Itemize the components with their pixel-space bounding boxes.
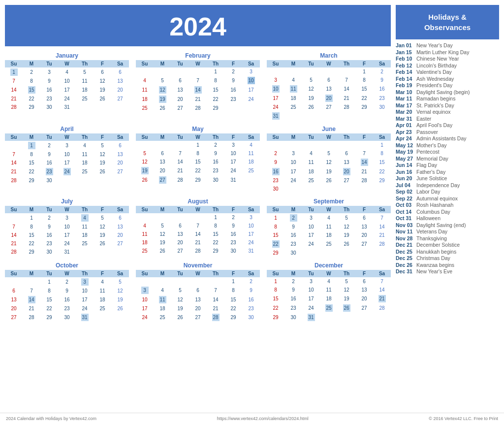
holiday-list: Jan 01New Year's DayJan 15Martin Luther … bbox=[396, 42, 499, 274]
holiday-name: Columbus Day bbox=[416, 209, 450, 215]
holiday-name: Easter bbox=[416, 116, 431, 122]
holiday-date: May 19 bbox=[396, 149, 414, 155]
month-title-august: August bbox=[136, 198, 260, 205]
holiday-item: Mar 31Easter bbox=[396, 116, 499, 122]
holiday-item: Mar 10Daylight Saving (begin) bbox=[396, 89, 499, 95]
holiday-date: Dec 25 bbox=[396, 249, 414, 255]
sidebar-header: Holidays &Observances bbox=[396, 5, 499, 39]
month-august: August SuMTuWThFSa 12 3 456789 10 bbox=[136, 198, 260, 257]
month-october: October SuMTuWThFSa 12 3 4 5 67891011 bbox=[5, 262, 129, 322]
holiday-date: Jan 15 bbox=[396, 49, 414, 55]
holiday-name: New Year's Day bbox=[416, 42, 453, 48]
holiday-date: Dec 25 bbox=[396, 255, 414, 261]
holiday-date: Feb 14 bbox=[396, 69, 414, 75]
holiday-item: Dec 25Christmas Day bbox=[396, 255, 499, 261]
holiday-date: Apr 24 bbox=[396, 135, 414, 141]
holiday-item: Sep 22Autumnal equinox bbox=[396, 196, 499, 201]
holiday-item: Jun 20June Solstice bbox=[396, 175, 499, 181]
footer-center: https://www.vertex42.com/calendars/2024.… bbox=[217, 416, 309, 421]
holiday-item: Apr 23Passover bbox=[396, 129, 499, 135]
holiday-name: Christmas Day bbox=[416, 255, 450, 261]
year-header: 2024 bbox=[5, 5, 391, 46]
holiday-item: Oct 31Halloween bbox=[396, 215, 499, 221]
holiday-item: May 27Memorial Day bbox=[396, 156, 499, 162]
sidebar: Holidays &Observances Jan 01New Year's D… bbox=[396, 5, 499, 408]
holiday-item: Jan 15Martin Luther King Day bbox=[396, 49, 499, 55]
holiday-date: Mar 20 bbox=[396, 109, 414, 115]
holiday-date: Mar 17 bbox=[396, 102, 414, 108]
footer-right: © 2016 Vertex42 LLC. Free to Print bbox=[429, 416, 498, 421]
footer-left: 2024 Calendar with Holidays by Vertex42.… bbox=[6, 416, 96, 421]
holiday-item: Dec 25Hanukkah begins bbox=[396, 249, 499, 255]
holiday-item: Jan 01New Year's Day bbox=[396, 42, 499, 48]
month-title-april: April bbox=[5, 126, 129, 132]
holiday-item: Oct 03Rosh Hashanah bbox=[396, 202, 499, 208]
holiday-date: Feb 10 bbox=[396, 56, 414, 62]
holiday-date: Nov 28 bbox=[396, 235, 414, 241]
months-grid: January SuMTuWThFSa 1 23456 6 789101112 bbox=[5, 52, 391, 322]
holiday-date: Jul 04 bbox=[396, 182, 414, 188]
holiday-item: Jun 16Father's Day bbox=[396, 169, 499, 175]
month-title-march: March bbox=[267, 52, 391, 59]
holiday-name: Father's Day bbox=[416, 169, 445, 175]
holiday-date: Mar 11 bbox=[396, 96, 414, 101]
holiday-date: Nov 03 bbox=[396, 222, 414, 228]
holiday-date: Jun 14 bbox=[396, 162, 414, 168]
holiday-name: Hanukkah begins bbox=[416, 249, 456, 255]
holiday-date: Nov 11 bbox=[396, 228, 414, 234]
month-title-january: January bbox=[5, 52, 129, 59]
holiday-date: Dec 31 bbox=[396, 268, 414, 274]
holiday-name: Kwanzaa begins bbox=[416, 262, 454, 268]
month-november: November SuMTuWThFSa 1 2 3 45678 9 bbox=[136, 262, 260, 322]
holiday-name: Halloween bbox=[416, 215, 441, 221]
holiday-date: Jan 01 bbox=[396, 42, 414, 48]
holiday-item: Jun 14Flag Day bbox=[396, 162, 499, 168]
holiday-date: Sep 22 bbox=[396, 196, 414, 201]
holiday-name: Mother's Day bbox=[416, 142, 447, 148]
holiday-name: Passover bbox=[416, 129, 438, 135]
holiday-name: Independence Day bbox=[416, 182, 460, 188]
holiday-name: December Solstice bbox=[416, 242, 460, 248]
holiday-date: Mar 31 bbox=[396, 116, 414, 122]
holiday-name: New Year's Eve bbox=[416, 268, 452, 274]
holiday-item: May 19Pentecost bbox=[396, 149, 499, 155]
holiday-name: Flag Day bbox=[416, 162, 437, 168]
holiday-item: Sep 02Labor Day bbox=[396, 189, 499, 195]
holiday-name: Pentecost bbox=[416, 149, 440, 155]
month-april: April SuMTuWThFSa 1 2345 6 789101112 bbox=[5, 126, 129, 193]
holiday-name: Daylight Saving (begin) bbox=[416, 89, 470, 95]
holiday-date: Mar 10 bbox=[396, 89, 414, 95]
holiday-date: Feb 19 bbox=[396, 82, 414, 88]
holiday-date: Feb 12 bbox=[396, 63, 414, 68]
month-title-july: July bbox=[5, 198, 129, 205]
month-title-september: September bbox=[267, 198, 391, 205]
holiday-date: Oct 14 bbox=[396, 209, 414, 215]
month-title-may: May bbox=[136, 126, 260, 132]
month-january: January SuMTuWThFSa 1 23456 6 789101112 bbox=[5, 52, 129, 121]
holiday-date: Jun 16 bbox=[396, 169, 414, 175]
holiday-name: April Fool's Day bbox=[416, 122, 452, 128]
footer: 2024 Calendar with Holidays by Vertex42.… bbox=[0, 413, 504, 424]
holiday-date: Apr 23 bbox=[396, 129, 414, 135]
holiday-item: Feb 14Ash Wednesday bbox=[396, 76, 499, 82]
holiday-item: Apr 01April Fool's Day bbox=[396, 122, 499, 128]
holiday-name: Admin Assistants Day bbox=[416, 135, 467, 141]
month-july: July SuMTuWThFSa 123 4 5 6 789101112 bbox=[5, 198, 129, 257]
holiday-item: Oct 14Columbus Day bbox=[396, 209, 499, 215]
holiday-date: Feb 14 bbox=[396, 76, 414, 82]
holiday-item: Dec 26Kwanzaa begins bbox=[396, 262, 499, 268]
holiday-item: Mar 11Ramadan begins bbox=[396, 96, 499, 101]
holiday-name: Chinese New Year bbox=[416, 56, 459, 62]
holiday-date: May 27 bbox=[396, 156, 414, 162]
holiday-item: Apr 24Admin Assistants Day bbox=[396, 135, 499, 141]
holiday-item: Mar 17St. Patrick's Day bbox=[396, 102, 499, 108]
month-title-november: November bbox=[136, 262, 260, 269]
month-december: December SuMTuWThFSa 123456 7 8910111213… bbox=[267, 262, 391, 322]
holiday-date: May 12 bbox=[396, 142, 414, 148]
holiday-date: Sep 02 bbox=[396, 189, 414, 195]
month-title-february: February bbox=[136, 52, 260, 59]
month-title-october: October bbox=[5, 262, 129, 269]
holiday-name: Memorial Day bbox=[416, 156, 448, 162]
holiday-date: Dec 21 bbox=[396, 242, 414, 248]
holiday-name: Ramadan begins bbox=[416, 96, 455, 101]
